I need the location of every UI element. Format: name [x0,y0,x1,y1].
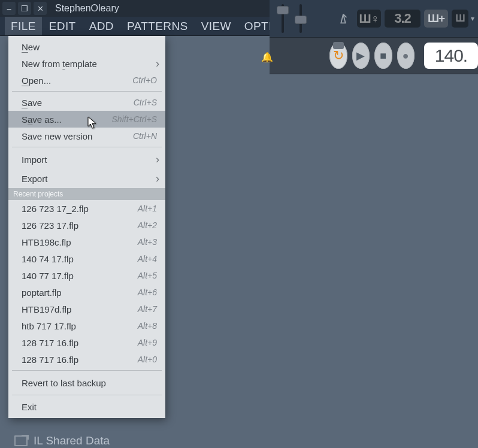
file-menu-item[interactable]: Revert to last backup [8,373,165,392]
file-menu-item[interactable]: Export [8,169,165,188]
menu-edit[interactable]: EDIT [43,17,82,35]
menu-item-shortcut: Shift+Ctrl+S [112,114,157,124]
menu-item-label: 126 723 17.flp [22,220,138,231]
menu-item-shortcut: Alt+9 [138,338,157,347]
menu-item-shortcut: Alt+1 [138,204,157,213]
folder-icon [14,435,28,446]
tempo-display[interactable]: 140. [424,43,478,69]
toolbar-caret-icon[interactable]: ▾ [471,14,474,23]
record-button[interactable]: ● [397,43,415,69]
song-position-thumb[interactable] [333,42,344,49]
hint-bell-icon[interactable]: 🔔 [261,52,270,60]
recent-project-item[interactable]: 126 723 17_2.flp Alt+1 [8,200,165,217]
snap-plus-button[interactable]: Ш+ [424,10,448,28]
recent-project-item[interactable]: HTB198c.flp Alt+3 [8,234,165,250]
file-menu-item[interactable]: New [8,38,165,55]
menu-item-shortcut: Ctrl+N [133,131,157,141]
minimize-icon[interactable]: ‒ [2,2,16,15]
menu-file[interactable]: FILE [5,17,42,35]
menu-separator [12,395,162,395]
menu-item-label: New from template [22,59,157,69]
menu-item-label: HTB197d.flp [22,304,138,314]
top-toolbar: Ш♀ 3.2 Ш+ Ш ▾ [270,0,478,38]
menu-item-shortcut: Alt+4 [138,254,157,264]
metronome-icon[interactable] [333,10,353,28]
menu-item-label: 140 74 17.flp [22,254,138,264]
menu-item-label: HTB198c.flp [22,237,138,247]
pitch-slider[interactable] [294,1,308,36]
menu-separator [12,91,162,92]
file-menu-item[interactable]: Save Ctrl+S [8,94,165,111]
menu-item-label: New [22,42,157,52]
menu-item-label: Save new version [22,131,133,141]
help-lcd[interactable]: Ш [452,10,468,28]
maximize-icon[interactable]: ❐ [18,2,31,15]
menu-item-label: 126 723 17_2.flp [22,204,138,214]
play-button[interactable]: ▶ [352,43,370,69]
menu-view[interactable]: VIEW [195,17,237,35]
menu-patterns[interactable]: PATTERNS [121,17,194,35]
file-menu-item[interactable]: Save as... Shift+Ctrl+S [8,111,165,128]
recent-project-item[interactable]: 126 723 17.flp Alt+2 [8,217,165,234]
shared-label: IL Shared Data [34,434,110,447]
menu-item-shortcut: Alt+5 [138,271,157,280]
menu-item-shortcut: Alt+6 [138,287,157,297]
recent-project-item[interactable]: 140 74 17.flp Alt+4 [8,250,165,267]
recent-project-item[interactable]: HTB197d.flp Alt+7 [8,301,165,317]
window-title: StephenOleary [55,3,119,14]
close-icon[interactable]: ✕ [34,2,47,15]
browser-shared-data[interactable]: IL Shared Data [14,434,110,447]
snap-display[interactable]: Ш♀ [357,10,381,28]
file-menu-popup: New New from template Open... Ctrl+O Sav… [8,36,165,418]
file-menu-item[interactable]: Import [8,150,165,169]
stop-button[interactable]: ■ [374,43,392,69]
menu-item-shortcut: Ctrl+S [134,98,157,107]
menu-item-shortcut: Alt+2 [138,220,157,230]
file-menu-item[interactable]: New from template [8,55,165,72]
menu-item-label: Save as... [22,114,112,125]
menu-item-label: Revert to last backup [22,378,157,388]
menu-item-shortcut: Alt+7 [138,304,157,314]
menu-separator [12,147,162,147]
menu-item-shortcut: Alt+8 [138,321,157,331]
menu-item-label: Export [22,174,157,184]
menu-item-label: Import [22,155,157,165]
menu-item-label: 128 717 16.flp [22,355,138,365]
menu-item-shortcut: Alt+3 [138,237,157,247]
menu-item-label: Open... [22,75,132,86]
menu-item-label: Save [22,98,134,108]
recent-project-item[interactable]: 140 77 17.flp Alt+5 [8,267,165,284]
recent-project-item[interactable]: poptart.flp Alt+6 [8,284,165,301]
menu-separator [12,370,162,371]
recent-project-item[interactable]: htb 717 17.flp Alt+8 [8,317,165,334]
file-menu-item[interactable]: Exit [8,398,165,416]
transport-bar: ↻ ▶ ■ ● 140. [270,38,478,74]
menu-item-label: Exit [22,402,157,412]
recent-project-item[interactable]: 128 717 16.flp Alt+0 [8,351,165,368]
volume-slider[interactable] [276,1,290,36]
recent-projects-header: Recent projects [8,188,165,200]
menu-item-label: 128 717 16.flp [22,338,138,348]
beat-display[interactable]: 3.2 [385,10,420,28]
file-menu-item[interactable]: Save new version Ctrl+N [8,128,165,144]
menu-item-shortcut: Alt+0 [138,355,157,364]
file-menu-item[interactable]: Open... Ctrl+O [8,72,165,89]
menu-item-label: htb 717 17.flp [22,321,138,331]
menu-item-label: 140 77 17.flp [22,271,138,281]
menu-item-label: poptart.flp [22,287,138,298]
menu-add[interactable]: ADD [83,17,120,35]
recent-project-item[interactable]: 128 717 16.flp Alt+9 [8,334,165,351]
menu-item-shortcut: Ctrl+O [132,75,157,85]
